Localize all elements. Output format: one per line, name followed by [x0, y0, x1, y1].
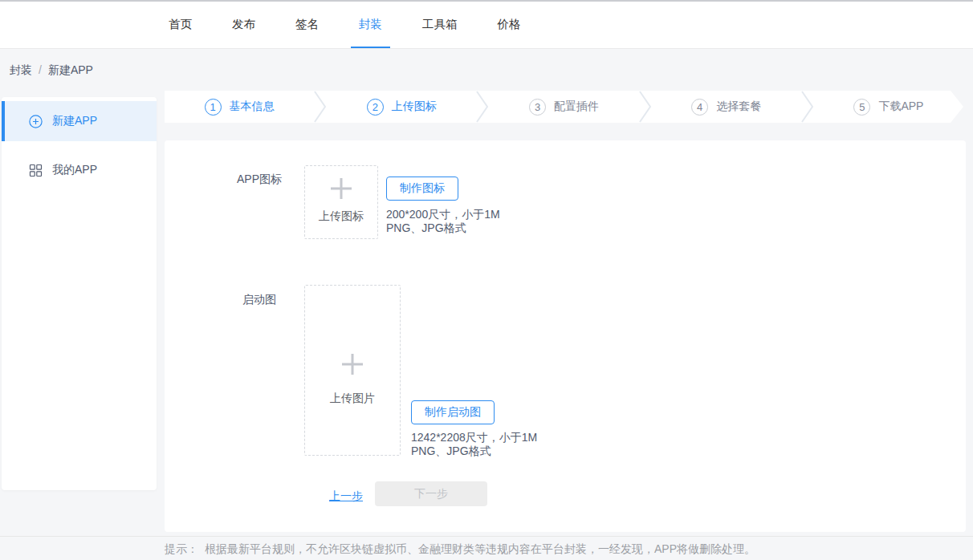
splash-size-hint: 1242*2208尺寸，小于1M	[411, 431, 537, 444]
footer-divider	[0, 536, 973, 537]
chevron-separator-icon	[476, 91, 489, 123]
splash-info: 制作启动图 1242*2208尺寸，小于1M PNG、JPG格式	[411, 400, 537, 458]
plus-circle-icon	[29, 115, 43, 128]
step-label: 配置插件	[554, 99, 599, 114]
nav-item-home[interactable]: 首页	[161, 2, 200, 48]
step-label: 基本信息	[230, 99, 275, 114]
app-icon-info: 制作图标 200*200尺寸，小于1M PNG、JPG格式	[386, 177, 500, 235]
breadcrumb-item-package[interactable]: 封装	[10, 63, 32, 76]
breadcrumb-separator: /	[39, 63, 42, 76]
icon-size-hint: 200*200尺寸，小于1M	[386, 208, 500, 221]
step-number: 2	[367, 99, 384, 116]
splash-format-hint: PNG、JPG格式	[411, 444, 537, 458]
plus-icon	[328, 176, 354, 205]
step-label: 选择套餐	[716, 99, 761, 114]
sidebar: 新建APP 我的APP	[2, 97, 157, 490]
tip-label: 提示：	[165, 542, 198, 555]
sidebar-item-label: 新建APP	[52, 114, 97, 128]
footer-tip: 提示：根据最新平台规则，不允许区块链虚拟币、金融理财类等违规内容在平台封装，一经…	[165, 542, 755, 557]
steps-bar: 1 基本信息 2 上传图标 3 配置插件 4 选择套餐 5 下载APP	[165, 91, 963, 123]
upload-image-text: 上传图片	[330, 392, 375, 406]
make-icon-button[interactable]: 制作图标	[386, 177, 458, 201]
next-step-button[interactable]: 下一步	[375, 481, 487, 506]
breadcrumb: 封装/新建APP	[10, 63, 93, 78]
step-download-app: 5 下载APP	[814, 91, 963, 123]
sidebar-item-new-app[interactable]: 新建APP	[2, 101, 157, 141]
splash-hints: 1242*2208尺寸，小于1M PNG、JPG格式	[411, 431, 537, 458]
sidebar-item-my-app[interactable]: 我的APP	[2, 150, 157, 190]
prev-step-link[interactable]: 上一步	[329, 489, 363, 504]
tip-text: 根据最新平台规则，不允许区块链虚拟币、金融理财类等违规内容在平台封装，一经发现，…	[205, 542, 755, 555]
upload-icon-text: 上传图标	[319, 209, 364, 224]
top-navbar: 首页 发布 签名 封装 工具箱 价格	[0, 2, 973, 49]
icon-format-hint: PNG、JPG格式	[386, 221, 500, 235]
make-splash-button[interactable]: 制作启动图	[411, 400, 495, 424]
sidebar-item-label: 我的APP	[52, 163, 97, 177]
app-icon-upload-box[interactable]: 上传图标	[304, 165, 378, 239]
splash-upload-box[interactable]: 上传图片	[304, 285, 401, 456]
nav-item-toolbox[interactable]: 工具箱	[414, 2, 466, 48]
step-upload-icon: 2 上传图标	[327, 91, 476, 123]
step-label: 下载APP	[878, 99, 923, 114]
splash-image-label: 启动图	[227, 293, 291, 307]
chevron-separator-icon	[639, 91, 652, 123]
step-label: 上传图标	[392, 99, 437, 114]
nav-item-sign[interactable]: 签名	[287, 2, 327, 48]
app-icon-hints: 200*200尺寸，小于1M PNG、JPG格式	[386, 208, 500, 235]
main-nav: 首页 发布 签名 封装 工具箱 价格	[161, 2, 973, 48]
step-number: 1	[205, 99, 222, 116]
nav-item-package[interactable]: 封装	[351, 2, 390, 48]
step-number: 4	[691, 99, 708, 116]
plus-icon	[340, 351, 365, 380]
breadcrumb-item-new-app: 新建APP	[48, 63, 93, 76]
step-number: 3	[529, 99, 546, 116]
step-select-plan: 4 选择套餐	[652, 91, 801, 123]
chevron-separator-icon	[314, 91, 327, 123]
grid-icon	[29, 164, 43, 177]
nav-item-publish[interactable]: 发布	[224, 2, 263, 48]
step-number: 5	[853, 99, 870, 116]
step-basic-info: 1 基本信息	[165, 91, 314, 123]
main-content-panel: APP图标 上传图标 制作图标 200*200尺寸，小于1M PNG、JPG格式…	[165, 140, 966, 532]
step-config-plugins: 3 配置插件	[489, 91, 638, 123]
nav-item-price[interactable]: 价格	[490, 2, 529, 48]
chevron-separator-icon	[801, 91, 814, 123]
app-icon-label: APP图标	[227, 172, 291, 187]
